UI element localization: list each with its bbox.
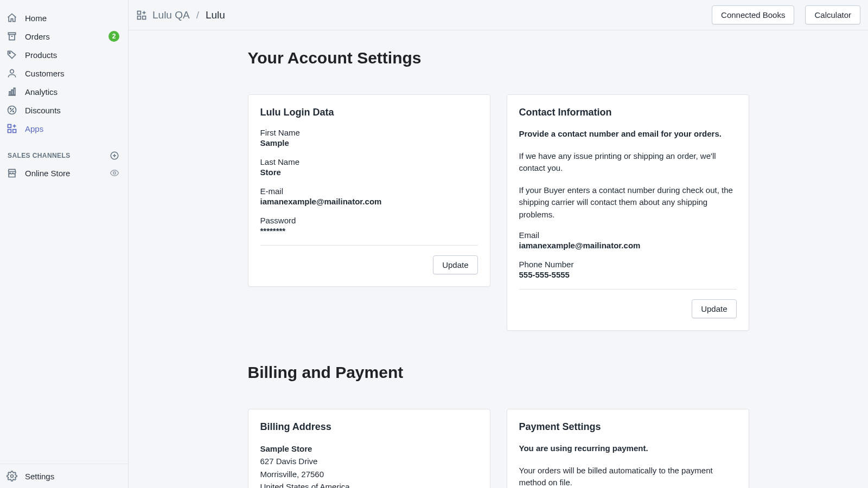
- svg-point-6: [10, 108, 11, 110]
- nav-customers[interactable]: Customers: [0, 64, 128, 82]
- billing-line2: Morrisville, 27560: [260, 468, 478, 480]
- password-value: ********: [260, 226, 478, 235]
- payment-p1: Your orders will be billed automatically…: [519, 465, 737, 489]
- view-store-icon[interactable]: [110, 168, 119, 178]
- apps-icon: [7, 123, 17, 134]
- home-icon: [7, 12, 17, 23]
- nav-home[interactable]: Home: [0, 9, 128, 27]
- billing-name: Sample Store: [260, 442, 478, 455]
- connected-books-button[interactable]: Connected Books: [712, 5, 794, 24]
- nav-customers-label: Customers: [25, 69, 119, 78]
- svg-point-12: [113, 172, 116, 175]
- svg-rect-15: [138, 16, 141, 19]
- billing-cards-row: Billing Address Sample Store 627 Davis D…: [248, 409, 749, 488]
- breadcrumb: Lulu QA / Lulu: [136, 9, 225, 21]
- account-cards-row: Lulu Login Data First Name Sample Last N…: [248, 94, 749, 331]
- add-channel-icon[interactable]: [110, 151, 119, 160]
- last-name-label: Last Name: [260, 157, 478, 166]
- orders-icon: [7, 31, 17, 42]
- billing-card-title: Billing Address: [260, 421, 478, 433]
- email-label: E-mail: [260, 187, 478, 196]
- nav-apps[interactable]: Apps: [0, 119, 128, 138]
- topbar: Lulu QA / Lulu Connected Books Calculato…: [129, 0, 868, 30]
- contact-intro: Provide a contact number and email for y…: [519, 128, 737, 140]
- breadcrumb-current: Lulu: [206, 9, 225, 21]
- login-card-title: Lulu Login Data: [260, 107, 478, 118]
- tag-icon: [7, 49, 17, 60]
- breadcrumb-separator: /: [196, 9, 199, 21]
- payment-intro: You are using recurring payment.: [519, 442, 737, 455]
- billing-address-card: Billing Address Sample Store 627 Davis D…: [248, 409, 490, 488]
- svg-rect-14: [138, 11, 141, 14]
- content-scroll[interactable]: Your Account Settings Lulu Login Data Fi…: [129, 30, 868, 488]
- sales-channels-label: SALES CHANNELS: [8, 152, 71, 159]
- contact-phone-label: Phone Number: [519, 260, 737, 269]
- nav-settings-label: Settings: [25, 472, 119, 481]
- nav-orders[interactable]: Orders 2: [0, 27, 128, 46]
- channel-online-store[interactable]: Online Store: [0, 164, 128, 182]
- contact-update-button[interactable]: Update: [692, 299, 736, 318]
- contact-card-title: Contact Information: [519, 107, 737, 118]
- login-data-card: Lulu Login Data First Name Sample Last N…: [248, 94, 490, 287]
- password-field: Password ********: [260, 216, 478, 235]
- payment-settings-card: Payment Settings You are using recurring…: [507, 409, 749, 488]
- svg-point-0: [9, 52, 11, 54]
- nav-home-label: Home: [25, 14, 119, 23]
- login-divider: [260, 245, 478, 246]
- email-field: E-mail iamanexample@mailinator.com: [260, 187, 478, 206]
- contact-info-card: Contact Information Provide a contact nu…: [507, 94, 749, 331]
- nav-discounts-label: Discounts: [25, 106, 119, 115]
- nav-discounts[interactable]: Discounts: [0, 101, 128, 119]
- svg-rect-4: [14, 88, 15, 95]
- svg-point-7: [13, 111, 14, 112]
- svg-rect-10: [13, 130, 16, 133]
- analytics-icon: [7, 86, 17, 97]
- sidebar-bottom: Settings: [0, 464, 128, 488]
- nav-settings[interactable]: Settings: [0, 464, 128, 488]
- channel-online-store-label: Online Store: [25, 169, 102, 178]
- gear-icon: [7, 471, 17, 481]
- contact-phone-value: 555-555-5555: [519, 270, 737, 279]
- contact-phone-field: Phone Number 555-555-5555: [519, 260, 737, 279]
- main: Lulu QA / Lulu Connected Books Calculato…: [129, 0, 868, 488]
- billing-payment-title: Billing and Payment: [248, 363, 749, 382]
- app-grid-icon[interactable]: [136, 10, 147, 21]
- account-settings-title: Your Account Settings: [248, 49, 749, 67]
- nav-list: Home Orders 2 Products Customers Analy: [0, 9, 128, 138]
- sidebar: Home Orders 2 Products Customers Analy: [0, 0, 129, 488]
- svg-point-1: [10, 69, 14, 73]
- contact-divider: [519, 289, 737, 290]
- nav-apps-label: Apps: [25, 124, 119, 133]
- content-inner: Your Account Settings Lulu Login Data Fi…: [244, 49, 754, 488]
- channels-list: Online Store: [0, 164, 128, 182]
- nav-orders-label: Orders: [25, 32, 101, 41]
- svg-rect-3: [11, 90, 13, 95]
- contact-p2: If your Buyer enters a contact number du…: [519, 184, 737, 221]
- orders-badge: 2: [108, 31, 119, 42]
- calculator-button[interactable]: Calculator: [805, 5, 860, 24]
- discount-icon: [7, 105, 17, 115]
- user-icon: [7, 68, 17, 79]
- first-name-field: First Name Sample: [260, 128, 478, 147]
- contact-actions: Update: [519, 299, 737, 318]
- password-label: Password: [260, 216, 478, 225]
- svg-rect-9: [8, 130, 11, 133]
- svg-point-13: [11, 475, 14, 478]
- breadcrumb-root[interactable]: Lulu QA: [152, 9, 190, 21]
- nav-products[interactable]: Products: [0, 46, 128, 64]
- last-name-value: Store: [260, 168, 478, 177]
- first-name-value: Sample: [260, 138, 478, 147]
- svg-rect-8: [8, 125, 11, 128]
- last-name-field: Last Name Store: [260, 157, 478, 177]
- store-icon: [7, 168, 17, 178]
- nav-products-label: Products: [25, 50, 119, 60]
- contact-p1: If we have any issue printing or shippin…: [519, 150, 737, 175]
- contact-email-value: iamanexample@mailinator.com: [519, 241, 737, 250]
- login-update-button[interactable]: Update: [433, 255, 477, 274]
- email-value: iamanexample@mailinator.com: [260, 197, 478, 206]
- contact-email-field: Email iamanexample@mailinator.com: [519, 230, 737, 250]
- nav-analytics[interactable]: Analytics: [0, 82, 128, 101]
- contact-email-label: Email: [519, 230, 737, 240]
- payment-card-title: Payment Settings: [519, 421, 737, 433]
- billing-line1: 627 Davis Drive: [260, 455, 478, 467]
